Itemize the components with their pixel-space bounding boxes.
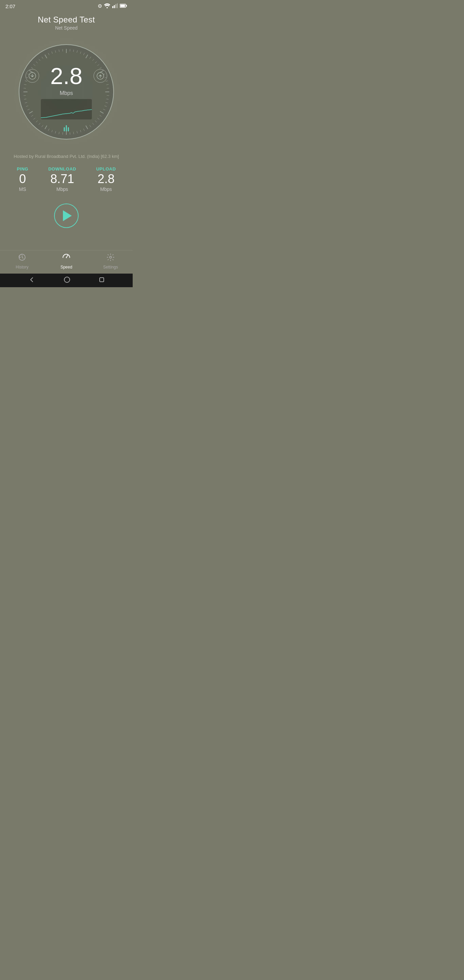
svg-line-71 — [36, 62, 38, 63]
upload-label: UPLOAD — [96, 166, 116, 172]
svg-line-73 — [42, 57, 43, 59]
svg-point-86 — [64, 277, 70, 282]
svg-line-75 — [48, 53, 49, 55]
nav-label-speed: Speed — [60, 265, 73, 269]
recents-button[interactable] — [99, 277, 105, 284]
speedometer-inner: 2.8 Mbps — [25, 64, 107, 119]
history-icon — [18, 253, 26, 263]
svg-point-85 — [110, 256, 111, 258]
svg-line-50 — [45, 126, 47, 129]
svg-line-36 — [92, 123, 94, 124]
svg-line-15 — [89, 57, 91, 59]
svg-line-40 — [80, 130, 81, 132]
svg-line-46 — [59, 132, 59, 134]
speed-icon — [62, 253, 71, 263]
svg-line-39 — [83, 129, 84, 130]
speedometer-outer-glow: // This will be generated below 2.8 — [12, 37, 121, 146]
svg-point-84 — [66, 257, 67, 258]
nav-item-speed[interactable]: Speed — [53, 253, 80, 269]
upload-unit: Mbps — [100, 186, 112, 192]
svg-line-51 — [42, 125, 43, 127]
speed-row: 2.8 — [25, 64, 107, 88]
host-info: Hosted by Rural Broadband Pvt. Ltd. (Ind… — [0, 150, 133, 162]
upload-stat: UPLOAD 2.8 Mbps — [96, 166, 116, 192]
nav-label-history: History — [16, 265, 28, 269]
status-time: 2:07 — [5, 3, 15, 9]
back-button[interactable] — [28, 276, 35, 285]
download-label: DOWNLOAD — [48, 166, 76, 172]
header: Net Speed Test Net Speed — [0, 11, 133, 34]
battery-icon — [120, 3, 127, 9]
download-unit: Mbps — [56, 186, 68, 192]
upload-value: 2.8 — [98, 173, 114, 185]
speedometer-ring: // This will be generated below 2.8 — [19, 44, 114, 140]
wifi-icon — [104, 3, 110, 9]
svg-rect-4 — [117, 3, 118, 8]
svg-line-43 — [70, 132, 70, 135]
upload-direction-icon — [94, 69, 107, 83]
svg-line-9 — [70, 49, 70, 51]
svg-line-16 — [92, 59, 94, 60]
play-button-container — [0, 197, 133, 234]
svg-line-12 — [80, 51, 81, 53]
nav-item-settings[interactable]: Settings — [97, 253, 124, 269]
ping-label: PING — [17, 166, 28, 172]
svg-rect-6 — [126, 5, 127, 7]
system-nav-bar — [0, 274, 133, 287]
status-icons: ⚙ — [98, 3, 127, 9]
download-value: 8.71 — [50, 173, 74, 185]
ping-value: 0 — [19, 173, 26, 185]
svg-line-52 — [39, 123, 40, 124]
download-direction-icon — [25, 69, 39, 83]
play-icon — [63, 210, 72, 221]
svg-line-14 — [86, 55, 88, 58]
svg-line-38 — [86, 126, 88, 129]
nav-label-settings: Settings — [103, 265, 118, 269]
current-speed-value: 2.8 — [49, 64, 83, 88]
app-title: Net Speed Test — [0, 15, 133, 24]
svg-line-35 — [95, 121, 97, 122]
svg-rect-7 — [121, 5, 125, 7]
ping-stat: PING 0 MS — [17, 166, 28, 192]
svg-point-0 — [106, 7, 108, 8]
svg-rect-2 — [114, 5, 115, 8]
settings-status-icon: ⚙ — [98, 3, 102, 9]
svg-rect-1 — [112, 6, 113, 8]
svg-line-10 — [73, 50, 74, 52]
svg-line-13 — [83, 53, 84, 55]
app-subtitle: Net Speed — [0, 25, 133, 30]
svg-line-49 — [48, 129, 49, 130]
svg-line-17 — [95, 62, 97, 63]
stats-row: PING 0 MS DOWNLOAD 8.71 Mbps UPLOAD 2.8 … — [0, 162, 133, 197]
svg-line-42 — [73, 132, 74, 134]
home-button[interactable] — [64, 277, 70, 284]
svg-line-74 — [45, 55, 47, 58]
svg-line-37 — [89, 125, 91, 127]
svg-line-78 — [59, 50, 59, 52]
speed-indicator — [64, 125, 69, 131]
download-stat: DOWNLOAD 8.71 Mbps — [48, 166, 76, 192]
ping-unit: MS — [19, 186, 26, 192]
svg-line-53 — [36, 121, 38, 122]
svg-rect-87 — [100, 278, 104, 282]
settings-nav-icon — [106, 253, 114, 263]
svg-line-11 — [77, 50, 78, 53]
svg-line-41 — [77, 131, 78, 134]
status-bar: 2:07 ⚙ — [0, 0, 133, 11]
nav-item-history[interactable]: History — [8, 253, 36, 269]
svg-line-76 — [52, 51, 52, 53]
start-test-button[interactable] — [54, 204, 79, 228]
svg-line-48 — [52, 130, 52, 132]
svg-rect-3 — [115, 4, 116, 8]
mini-graph — [41, 99, 92, 119]
svg-line-72 — [39, 59, 40, 60]
bottom-nav: History Speed Settings — [0, 250, 133, 274]
speedometer-container: // This will be generated below 2.8 — [0, 34, 133, 150]
svg-line-77 — [55, 50, 56, 53]
svg-line-47 — [55, 131, 56, 134]
speed-unit: Mbps — [60, 90, 73, 96]
signal-icon — [112, 3, 118, 9]
